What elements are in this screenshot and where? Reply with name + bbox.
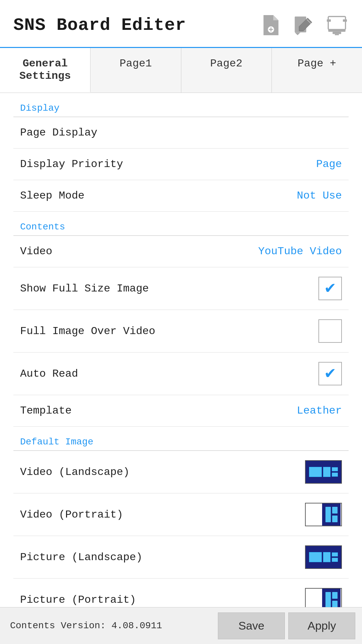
tab-page-plus[interactable]: Page + — [272, 48, 362, 93]
thumb-portrait-inner — [322, 503, 341, 526]
setting-full-image-over-video[interactable]: Full Image Over Video — [13, 310, 349, 353]
main-content: Display Page Display Display Priority Pa… — [0, 93, 362, 644]
new-file-icon[interactable] — [258, 13, 282, 37]
tab-page2[interactable]: Page2 — [181, 48, 272, 93]
svg-rect-12 — [325, 507, 331, 522]
setting-picture-landscape-label: Picture (Landscape) — [20, 551, 142, 564]
show-full-size-image-checkbox[interactable]: ✔ — [318, 277, 342, 300]
svg-rect-11 — [335, 34, 339, 35]
auto-read-checkmark: ✔ — [325, 365, 335, 382]
footer-version: Contents Version: 4.08.0911 — [0, 621, 218, 631]
header-icons — [258, 13, 349, 37]
setting-video-label: Video — [20, 245, 52, 258]
setting-picture-landscape[interactable]: Picture (Landscape) — [13, 536, 349, 579]
video-landscape-thumbnail[interactable] — [305, 460, 342, 484]
setting-template-value: Leather — [297, 405, 342, 417]
section-contents-label: Contents — [13, 212, 349, 235]
svg-rect-6 — [328, 16, 345, 30]
setting-video-landscape[interactable]: Video (Landscape) — [13, 451, 349, 493]
setting-video-portrait[interactable]: Video (Portrait) — [13, 493, 349, 536]
setting-sleep-mode-value: Not Use — [297, 190, 342, 202]
svg-rect-7 — [327, 19, 331, 22]
footer: Contents Version: 4.08.0911 Save Apply — [0, 607, 362, 644]
setting-video-landscape-label: Video (Landscape) — [20, 466, 129, 478]
thumb-block-1 — [309, 467, 322, 477]
save-button[interactable]: Save — [218, 612, 285, 639]
setting-video[interactable]: Video YouTube Video — [13, 236, 349, 267]
video-portrait-thumbnail[interactable] — [305, 503, 342, 526]
section-default-image-label: Default Image — [13, 427, 349, 450]
pic-thumb-block-3 — [332, 552, 338, 556]
setting-video-portrait-label: Video (Portrait) — [20, 508, 123, 521]
section-display-label: Display — [13, 93, 349, 117]
setting-display-priority[interactable]: Display Priority Page — [13, 149, 349, 180]
setting-auto-read-label: Auto Read — [20, 368, 78, 380]
setting-template[interactable]: Template Leather — [13, 395, 349, 427]
svg-rect-17 — [332, 601, 338, 607]
setting-show-full-size-image-label: Show Full Size Image — [20, 282, 149, 295]
setting-display-priority-value: Page — [316, 158, 342, 170]
header: SNS Board Editer — [0, 0, 362, 44]
svg-rect-15 — [325, 592, 331, 607]
show-full-size-image-checkmark: ✔ — [325, 280, 335, 297]
tab-general-settings[interactable]: General Settings — [0, 48, 90, 93]
setting-sleep-mode-label: Sleep Mode — [20, 190, 84, 202]
setting-template-label: Template — [20, 405, 72, 417]
setting-sleep-mode[interactable]: Sleep Mode Not Use — [13, 180, 349, 212]
thumb-block-3 — [332, 467, 338, 471]
tabs: General Settings Page1 Page2 Page + — [0, 47, 362, 93]
svg-rect-8 — [343, 19, 347, 22]
setting-page-display-label: Page Display — [20, 126, 97, 139]
app-title: SNS Board Editer — [13, 15, 186, 35]
svg-rect-14 — [332, 516, 338, 522]
setting-picture-portrait-label: Picture (Portrait) — [20, 594, 136, 606]
pic-thumb-block-4 — [332, 558, 338, 562]
pic-thumb-block-2 — [323, 552, 330, 562]
svg-rect-16 — [332, 592, 338, 599]
setting-auto-read[interactable]: Auto Read ✔ — [13, 353, 349, 395]
edit-icon[interactable] — [292, 13, 315, 37]
picture-landscape-thumbnail[interactable] — [305, 545, 342, 569]
auto-read-checkbox[interactable]: ✔ — [318, 362, 342, 385]
setting-display-priority-label: Display Priority — [20, 158, 123, 170]
svg-marker-4 — [295, 32, 300, 35]
svg-rect-13 — [332, 507, 338, 514]
thumb-block-2 — [323, 467, 330, 477]
setting-page-display: Page Display — [13, 117, 349, 149]
setting-full-image-over-video-label: Full Image Over Video — [20, 325, 155, 337]
setting-video-value: YouTube Video — [258, 245, 342, 258]
setting-show-full-size-image[interactable]: Show Full Size Image ✔ — [13, 267, 349, 310]
pic-thumb-block-1 — [309, 552, 322, 562]
apply-button[interactable]: Apply — [288, 612, 355, 639]
svg-rect-9 — [328, 30, 345, 32]
thumb-block-4 — [332, 473, 338, 477]
svg-rect-10 — [333, 32, 341, 34]
tab-page1[interactable]: Page1 — [90, 48, 181, 93]
tools-icon[interactable] — [325, 13, 349, 37]
full-image-over-video-checkbox[interactable] — [318, 319, 342, 343]
